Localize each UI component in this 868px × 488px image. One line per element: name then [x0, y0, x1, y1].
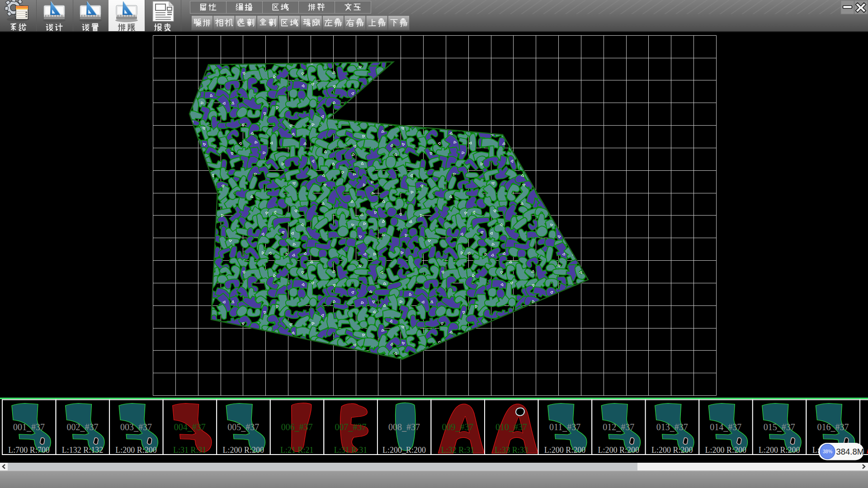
svg-text:L:200 R:200: L:200 R:200	[544, 446, 586, 455]
svg-text:L:200 R:200: L:200 R:200	[115, 446, 157, 455]
svg-text:L:31 R:31: L:31 R:31	[173, 446, 207, 455]
svg-text:011_#37: 011_#37	[549, 422, 580, 432]
svg-text:L:200 R:200: L:200 R:200	[222, 446, 264, 455]
svg-text:016_#37: 016_#37	[817, 422, 849, 432]
svg-text:006_#37: 006_#37	[281, 422, 313, 432]
svg-text:L:200 R:200: L:200 R:200	[651, 446, 693, 455]
svg-text:012_#37: 012_#37	[603, 422, 634, 432]
svg-text:004_#37: 004_#37	[174, 422, 206, 432]
svg-text:014_#37: 014_#37	[710, 422, 741, 432]
svg-text:L:31 R:31: L:31 R:31	[334, 446, 368, 455]
svg-text:L:32 R:31: L:32 R:31	[441, 446, 475, 455]
svg-text:005_#37: 005_#37	[227, 422, 259, 432]
svg-text:L:132 R:132: L:132 R:132	[62, 446, 104, 455]
svg-text:L:21 R:21: L:21 R:21	[280, 446, 314, 455]
svg-text:009_#37: 009_#37	[442, 422, 474, 432]
svg-text:L:200 R:200: L:200 R:200	[598, 446, 639, 455]
svg-text:015_#37: 015_#37	[764, 422, 795, 432]
svg-text:010_#37: 010_#37	[495, 422, 527, 432]
svg-text:008_#37: 008_#37	[388, 422, 420, 432]
svg-text:38%: 38%	[823, 449, 832, 454]
svg-text:L:33 R:33: L:33 R:33	[495, 446, 528, 455]
svg-text:L:200 R:200: L:200 R:200	[705, 446, 747, 455]
svg-text:L:700 R:700: L:700 R:700	[8, 446, 50, 455]
svg-text:384.8M: 384.8M	[836, 447, 864, 456]
svg-text:001_#37: 001_#37	[13, 422, 45, 432]
svg-text:002_#37: 002_#37	[67, 422, 99, 432]
svg-text:003_#37: 003_#37	[120, 422, 152, 432]
svg-text:L:200_R:200: L:200_R:200	[382, 446, 426, 455]
svg-text:007_#37: 007_#37	[335, 422, 366, 432]
svg-text:L:200 R:200: L:200 R:200	[759, 446, 800, 455]
svg-text:013_#37: 013_#37	[656, 422, 688, 432]
